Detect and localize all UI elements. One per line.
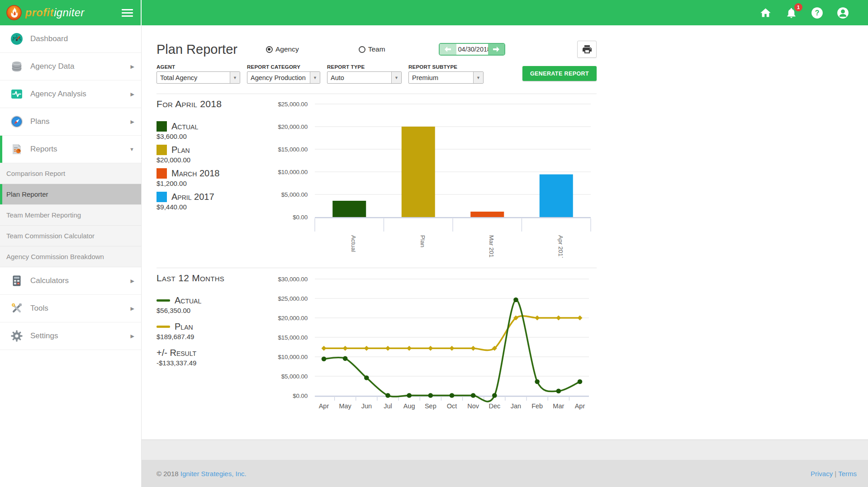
sidebar-item-plans[interactable]: Plans ▶: [0, 108, 141, 136]
page-title: Plan Reporter: [157, 42, 237, 57]
date-prev-button[interactable]: [440, 44, 456, 55]
home-icon[interactable]: [759, 7, 772, 19]
svg-text:Sep: Sep: [425, 402, 436, 410]
actual-swatch: [157, 121, 167, 132]
result-value: -$133,337.49: [157, 359, 255, 367]
plan-line-swatch: [157, 326, 170, 328]
report-category-select[interactable]: Agency Production: [247, 71, 320, 84]
svg-text:$25,000.00: $25,000.00: [278, 101, 308, 108]
sidebar-item-agency-analysis[interactable]: Agency Analysis ▶: [0, 80, 141, 108]
flame-logo-icon: [6, 5, 22, 21]
sidebar-item-agency-data[interactable]: Agency Data ▶: [0, 53, 141, 80]
main-area: Plan Reporter Agency Team: [142, 25, 868, 440]
report-document-icon: [10, 142, 24, 156]
pre-footer-band: [142, 440, 868, 460]
arrow-right-icon: [493, 46, 500, 52]
svg-text:Apr: Apr: [575, 402, 585, 410]
topbar-actions: 1 ?: [142, 0, 868, 25]
database-icon: [10, 60, 24, 73]
radio-agency-label: Agency: [275, 45, 299, 53]
notification-badge: 1: [794, 3, 802, 11]
march-2018-swatch: [157, 168, 167, 179]
help-icon[interactable]: ?: [811, 7, 823, 19]
radio-team[interactable]: Team: [359, 45, 385, 53]
radio-agency[interactable]: Agency: [266, 45, 299, 53]
calculator-icon: +−×=: [10, 274, 24, 288]
pulse-icon: [10, 87, 24, 101]
legend-entry-actual-line: Actual $56,350.00: [157, 295, 255, 314]
radio-team-label: Team: [368, 45, 385, 53]
svg-text:$5,000.00: $5,000.00: [281, 191, 308, 198]
sidebar-item-reports[interactable]: Reports ▼: [0, 136, 141, 163]
filter-report-subtype: REPORT SUBTYPE Premium ▼: [408, 64, 484, 84]
sidebar-item-settings[interactable]: Settings ▶: [0, 322, 141, 350]
top-bar: profitigniter 1 ?: [0, 0, 868, 25]
svg-text:Aug: Aug: [403, 402, 415, 410]
report-subtype-select[interactable]: Premium: [408, 71, 484, 84]
svg-text:Jul: Jul: [384, 402, 392, 410]
filter-agent: AGENT Total Agency ▼: [157, 64, 240, 84]
filter-report-type: REPORT TYPE Auto ▼: [327, 64, 402, 84]
account-icon[interactable]: [837, 7, 849, 19]
gauge-icon: [10, 32, 24, 46]
sidebar-item-plan-reporter[interactable]: Plan Reporter: [0, 184, 141, 205]
sidebar-item-team-commission-calculator[interactable]: Team Commission Calculator: [0, 226, 141, 246]
plan-total-value: $189,687.49: [157, 333, 255, 340]
svg-text:Oct: Oct: [447, 402, 457, 410]
chevron-right-icon: ▶: [131, 278, 134, 284]
actual-value: $3,600.00: [157, 132, 255, 140]
svg-text:Mar 2018: Mar 2018: [488, 235, 495, 258]
plan-value: $20,000.00: [157, 156, 255, 164]
date-input[interactable]: [456, 44, 488, 55]
subnav-item-label: Agency Commission Breakdown: [6, 253, 104, 260]
bar-chart-section: For April 2018 Actual $3,600.00 Plan: [157, 94, 597, 258]
sidebar-item-calculators[interactable]: +−×= Calculators ▶: [0, 267, 141, 295]
chevron-right-icon: ▶: [131, 306, 134, 312]
april-2017-value: $9,440.00: [157, 203, 255, 211]
hamburger-menu-icon[interactable]: [122, 7, 133, 19]
svg-text:Apr 2017: Apr 2017: [557, 235, 564, 258]
subnav-item-label: Comparison Report: [6, 170, 65, 177]
line-chart-title: Last 12 Months: [157, 273, 255, 284]
svg-text:May: May: [339, 402, 351, 410]
line-chart-section: Last 12 Months Actual $56,350.00 Pla: [157, 268, 597, 423]
sidebar-item-agency-commission-breakdown[interactable]: Agency Commission Breakdown: [0, 246, 141, 267]
report-type-select[interactable]: Auto: [327, 71, 402, 84]
notifications-bell-icon[interactable]: 1: [785, 7, 797, 19]
radio-agency-circle[interactable]: [266, 46, 273, 53]
line-chart: $0.00$5,000.00$10,000.00$15,000.00$20,00…: [255, 273, 595, 423]
sidebar-item-comparison-report[interactable]: Comparison Report: [0, 163, 141, 184]
svg-text:Jan: Jan: [511, 402, 521, 410]
radio-team-circle[interactable]: [359, 46, 365, 53]
sidebar-item-tools[interactable]: Tools ▶: [0, 295, 141, 322]
chevron-right-icon: ▶: [131, 64, 134, 70]
privacy-link[interactable]: Privacy: [811, 470, 833, 478]
legend-entry-plan-line: Plan $189,687.49: [157, 322, 255, 340]
print-button[interactable]: [577, 41, 597, 58]
sidebar-item-label: Dashboard: [30, 34, 68, 43]
sidebar-item-team-member-reporting[interactable]: Team Member Reporting: [0, 205, 141, 226]
terms-link[interactable]: Terms: [838, 470, 857, 478]
report-category-label: REPORT CATEGORY: [247, 64, 320, 70]
chevron-right-icon: ▶: [131, 119, 134, 125]
logo-wordmark[interactable]: profitigniter: [25, 6, 85, 19]
subnav-item-label: Team Member Reporting: [6, 211, 81, 219]
svg-text:$0.00: $0.00: [293, 392, 308, 399]
date-next-button[interactable]: [488, 44, 504, 55]
agent-select[interactable]: Total Agency: [157, 71, 240, 84]
svg-text:Mar: Mar: [553, 402, 564, 410]
bar-chart-legend: For April 2018 Actual $3,600.00 Plan: [157, 99, 255, 258]
company-link[interactable]: Igniter Strategies, Inc.: [180, 470, 247, 478]
sidebar-item-label: Plans: [30, 117, 50, 126]
line-chart-legend: Last 12 Months Actual $56,350.00 Pla: [157, 273, 255, 423]
chevron-down-icon: ▼: [129, 147, 134, 152]
svg-text:$20,000.00: $20,000.00: [278, 123, 308, 130]
legend-entry-plan: Plan $20,000.00: [157, 145, 255, 164]
generate-report-button[interactable]: GENERATE REPORT: [522, 66, 597, 81]
arrow-left-icon: [444, 46, 451, 52]
march-2018-value: $1,200.00: [157, 180, 255, 187]
page-header: Plan Reporter Agency Team: [157, 25, 597, 60]
legend-entry-result: +/- Result -$133,337.49: [157, 348, 255, 367]
logo-igniter: igniter: [54, 6, 84, 19]
sidebar-item-dashboard[interactable]: Dashboard: [0, 25, 141, 53]
